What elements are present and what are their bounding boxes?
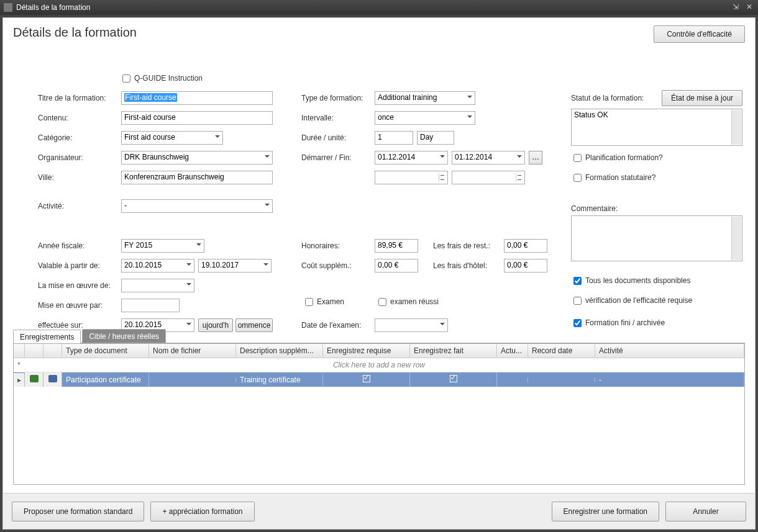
- col-type-document[interactable]: Type de document: [62, 344, 149, 358]
- contenu-input[interactable]: First-aid course: [121, 111, 273, 125]
- cell-activite: -: [595, 373, 744, 387]
- duree-label: Durée / unité:: [301, 133, 346, 142]
- col-activite[interactable]: Activité: [595, 344, 744, 358]
- cell-type-document: Participation certificate: [62, 373, 149, 387]
- tab-enregistrements[interactable]: Enregistrements: [13, 330, 81, 343]
- col-enreg-requise[interactable]: Enregistrez requise: [323, 344, 410, 358]
- frais-hotel-label: Les frais d'hôtel:: [433, 261, 487, 270]
- type-formation-label: Type de formation:: [301, 94, 363, 102]
- commentaire-label: Commentaire:: [571, 204, 618, 213]
- frais-rest-label: Les frais de rest.:: [433, 241, 490, 250]
- cell-record-date: [528, 377, 595, 382]
- activite-combo[interactable]: -: [121, 199, 273, 213]
- status-text: Status OK: [574, 110, 608, 119]
- status-textarea[interactable]: Status OK: [571, 109, 742, 146]
- duree-input[interactable]: 1: [375, 131, 413, 145]
- valable-to-date[interactable]: 19.10.2017: [198, 259, 272, 273]
- control-efficiency-button[interactable]: Contrôle d'efficacité: [654, 25, 745, 43]
- col-enreg-fait[interactable]: Enregistrez fait: [410, 344, 497, 358]
- docs-dispo-checkbox[interactable]: Tous les documents disponibles: [573, 276, 690, 285]
- mise-en-oeuvre-par-label: Mise en œuvre par:: [38, 301, 103, 310]
- date-start-combo[interactable]: 01.12.2014: [375, 151, 448, 165]
- date-range-ellipsis-button[interactable]: …: [529, 151, 542, 165]
- cout-supplem-label: Coût supplém.:: [301, 261, 352, 270]
- time-start-spinner[interactable]: [375, 171, 448, 184]
- organisateur-combo[interactable]: DRK Braunschweig: [121, 151, 273, 165]
- table-row[interactable]: ▸ Participation certificate Training cer…: [14, 372, 744, 387]
- type-formation-combo[interactable]: Additional training: [375, 91, 475, 105]
- tab-cible-heures[interactable]: Cible / heures réelles: [82, 329, 166, 343]
- planification-label: Planification formation?: [585, 153, 663, 162]
- scrollbar[interactable]: [731, 110, 741, 145]
- examen-reussi-checkbox[interactable]: examen réussi: [378, 297, 439, 306]
- planification-checkbox[interactable]: Planification formation?: [573, 153, 663, 162]
- categorie-combo[interactable]: First aid course: [121, 131, 223, 145]
- cell-enreg-fait[interactable]: [410, 372, 497, 387]
- cell-nom-fichier: [149, 377, 236, 382]
- annee-fiscale-combo[interactable]: FY 2015: [121, 239, 204, 253]
- titre-label: Titre de la formation:: [38, 94, 106, 102]
- time-end-spinner[interactable]: [452, 171, 525, 184]
- cout-supplem-input[interactable]: 0,00 €: [375, 259, 418, 273]
- appreciation-formation-button[interactable]: + appréciation formation: [150, 502, 254, 521]
- proposer-formation-button[interactable]: Proposer une formation standard: [12, 502, 144, 521]
- col-nom-fichier[interactable]: Nom de fichier: [149, 344, 236, 358]
- titlebar: Détails de la formation ⇲ ✕: [0, 0, 758, 15]
- valable-label: Valable à partir de:: [38, 261, 100, 270]
- activite-label: Activité:: [38, 202, 64, 210]
- organisateur-label: Organisateur:: [38, 153, 83, 162]
- mise-en-oeuvre-de-combo[interactable]: [121, 279, 194, 292]
- cell-description: Training certificate: [236, 373, 323, 387]
- statutaire-checkbox[interactable]: Formation statutaire?: [573, 173, 655, 182]
- frais-rest-input[interactable]: 0,00 €: [504, 239, 547, 253]
- date-end-combo[interactable]: 01.12.2014: [452, 151, 525, 165]
- formation-fini-label: Formation fini / archivée: [585, 318, 665, 327]
- enregistrer-formation-button[interactable]: Enregistrer une formation: [552, 502, 659, 521]
- titre-input[interactable]: First-aid course: [121, 91, 273, 105]
- form-area: Q-GUIDE Instruction Titre de la formatio…: [13, 55, 745, 485]
- app-icon: [4, 3, 12, 12]
- statut-label: Statut de la formation:: [571, 94, 644, 102]
- duree-unit-input[interactable]: Day: [417, 131, 454, 145]
- row-add-icon[interactable]: [25, 372, 43, 387]
- row-print-icon[interactable]: [43, 372, 62, 387]
- col-record-date[interactable]: Record date: [528, 344, 595, 358]
- intervalle-combo[interactable]: once: [375, 111, 475, 125]
- qguide-label: Q-GUIDE Instruction: [134, 74, 203, 83]
- frais-hotel-input[interactable]: 0,00 €: [504, 259, 547, 273]
- mise-en-oeuvre-par-input[interactable]: [121, 299, 180, 312]
- col-description[interactable]: Description supplém...: [236, 344, 323, 358]
- window-title: Détails de la formation: [16, 3, 90, 12]
- effectuee-sur-label: effectuée sur:: [38, 321, 83, 330]
- annee-fiscale-label: Année fiscale:: [38, 241, 84, 250]
- pin-icon[interactable]: ⇲: [731, 2, 741, 12]
- commentaire-textarea[interactable]: [571, 215, 742, 261]
- statutaire-label: Formation statutaire?: [585, 173, 655, 182]
- honoraires-input[interactable]: 89,95 €: [375, 239, 418, 253]
- valable-from-date[interactable]: 20.10.2015: [121, 259, 194, 273]
- mise-en-oeuvre-de-label: La mise en œuvre de:: [38, 281, 111, 290]
- formation-fini-checkbox[interactable]: Formation fini / archivée: [573, 318, 665, 327]
- page-title: Détails de la formation: [13, 25, 137, 40]
- qguide-checkbox[interactable]: Q-GUIDE Instruction: [122, 74, 203, 83]
- verif-efficacite-checkbox[interactable]: vérification de l'efficacité requise: [573, 296, 692, 305]
- verif-efficacite-label: vérification de l'efficacité requise: [585, 296, 692, 305]
- categorie-label: Catégorie:: [38, 133, 72, 142]
- etat-maj-button[interactable]: État de mise à jour: [662, 90, 742, 106]
- annuler-button[interactable]: Annuler: [665, 502, 746, 521]
- examen-checkbox[interactable]: Examen: [305, 297, 344, 306]
- scrollbar[interactable]: [731, 217, 741, 260]
- close-icon[interactable]: ✕: [744, 2, 754, 12]
- footer: Proposer une formation standard + appréc…: [3, 493, 755, 529]
- docs-dispo-label: Tous les documents disponibles: [585, 276, 690, 285]
- row-indicator-icon: ▸: [14, 373, 25, 387]
- records-grid[interactable]: Type de document Nom de fichier Descript…: [13, 343, 745, 485]
- cell-enreg-requise[interactable]: [323, 372, 410, 387]
- examen-label: Examen: [317, 297, 344, 306]
- tabs-area: Enregistrements Cible / heures réelles T…: [13, 329, 745, 485]
- ville-input[interactable]: Konferenzraum Braunschweig: [121, 171, 273, 184]
- date-examen-label: Date de l'examen:: [301, 321, 361, 330]
- examen-reussi-label: examen réussi: [390, 297, 439, 306]
- grid-new-row[interactable]: * Click here to add a new row: [14, 358, 744, 372]
- col-actu[interactable]: Actu...: [497, 344, 528, 358]
